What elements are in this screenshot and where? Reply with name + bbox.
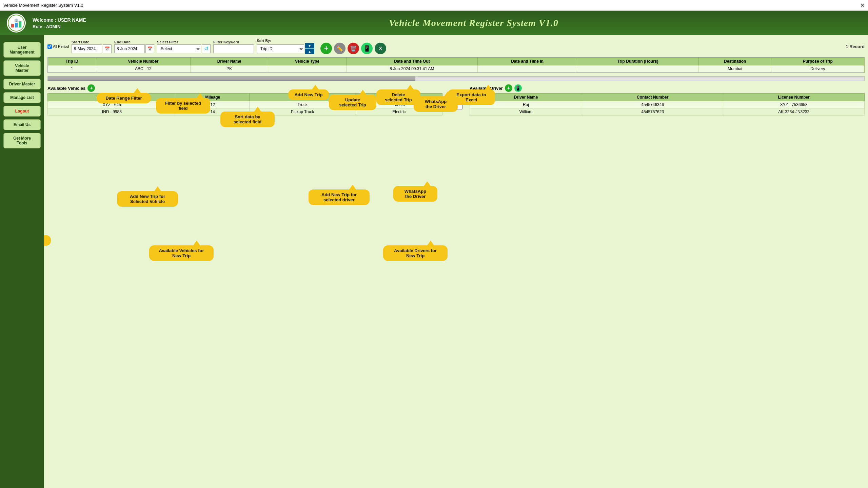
sort-by-label: Sort By: [257,39,314,43]
select-filter-group: Select Filter Select Trip ID Vehicle Num… [157,40,211,53]
drivers-table-body: Raj4545746346XYZ - 7536658William4545757… [470,101,865,116]
vehicles-col-header: Mileage [176,94,249,101]
user-info: Welcome : USER NAME Role : ADMIN [33,17,86,29]
table-row[interactable]: 1ABC - 12PK8-Jun-2024 09:31:41 AMMumbaiD… [48,65,864,73]
filter-keyword-input[interactable] [213,44,254,53]
tooltip-add-trip-vehicle: Add New Trip forSelected Vehicle [117,191,178,207]
available-drivers-header: Available Driver + 📱 [470,84,865,92]
add-trip-button[interactable]: + [320,43,332,54]
add-driver-button[interactable]: + [505,84,512,92]
tooltip-whatsapp-bottom: WhatsAppthe Driver [393,186,437,202]
filter-keyword-group: Filter Keyword [213,40,254,53]
drivers-col-header: Contact Number [582,94,723,101]
app-logo: 🏢 [7,14,26,33]
available-vehicles-table: Vehicle NumberMileageVehicle TypeFuel Ty… [47,93,442,116]
available-vehicles-title: Available Vehicles [47,86,85,91]
driver-row[interactable]: William4545757623AK-3234-JN3232 [470,108,865,116]
driver-row[interactable]: Raj4545746346XYZ - 7536658 [470,101,865,108]
sidebar-item-email-us[interactable]: Email Us [3,119,41,130]
sort-by-dropdown[interactable]: Trip ID Vehicle Number Driver Name Date … [257,44,304,53]
svg-text:🏢: 🏢 [14,18,19,22]
whatsapp-driver-button[interactable]: 📱 [514,84,522,92]
start-date-calendar-icon[interactable]: 📅 [103,44,112,53]
available-drivers-title: Available Driver [470,86,503,91]
table-col-header: Purpose of Trip [771,58,864,65]
horizontal-scrollbar[interactable] [47,76,865,81]
svg-rect-3 [15,23,18,27]
vehicles-col-header: Vehicle Number [48,94,176,101]
svg-rect-2 [11,24,14,27]
export-excel-button[interactable]: X [375,43,386,54]
table-header: Trip IDVehicle NumberDriver NameVehicle … [48,58,864,65]
titlebar: Vehicle Movement Register System V1.0 ✕ [0,0,868,11]
vehicles-table-body: XYZ - 64512TruckDieselIND - 998814Pickup… [48,101,442,116]
all-period-wrap: All Period [47,44,69,49]
sort-desc-button[interactable]: ▼ [305,43,314,48]
refresh-button[interactable]: ↺ [449,97,463,110]
table-col-header: Date and Time Out [347,58,478,65]
end-date-group: End Date 📅 [114,40,154,53]
sidebar: UserManagement VehicleMaster Driver Mast… [0,35,44,488]
welcome-label: Welcome : [33,17,56,23]
whatsapp-button[interactable]: 📱 [361,43,373,54]
tooltip-add-trip-driver: Add New Trip forselected driver [309,189,370,205]
sidebar-item-user-management[interactable]: UserManagement [3,42,41,58]
drivers-col-header: License Number [723,94,865,101]
vehicles-col-header: Vehicle Type [249,94,356,101]
add-vehicle-button[interactable]: + [87,84,95,92]
vehicle-row[interactable]: XYZ - 64512TruckDiesel [48,101,442,108]
start-date-group: Start Date 📅 [72,40,112,53]
table-col-header: Destination [698,58,771,65]
table-col-header: Vehicle Number [96,58,191,65]
toolbar: All Period Start Date 📅 [47,39,865,54]
table-col-header: Date and Time In [477,58,577,65]
available-vehicles-section: Available Vehicles + Vehicle NumberMilea… [47,84,442,116]
sidebar-item-logout[interactable]: Logout [3,106,41,117]
drivers-col-header: Driver Name [470,94,582,101]
role-label: Role : [33,24,45,29]
end-date-calendar-icon[interactable]: 📅 [145,44,154,53]
main-data-table-wrap: Trip IDVehicle NumberDriver NameVehicle … [47,57,865,73]
close-button[interactable]: ✕ [860,2,865,8]
main-data-table: Trip IDVehicle NumberDriver NameVehicle … [48,57,864,73]
select-filter-label: Select Filter [157,40,211,44]
update-trip-button[interactable]: ✏️ [334,43,346,54]
delete-trip-button[interactable]: 🗑️ [348,43,359,54]
bottom-section: Available Vehicles + Vehicle NumberMilea… [47,84,865,116]
filter-keyword-label: Filter Keyword [213,40,254,44]
sort-asc-button[interactable]: ▲ [305,49,314,54]
end-date-label: End Date [114,40,154,44]
tooltip-nav-pane: Navigation Pane [44,235,51,246]
titlebar-title: Vehicle Movement Register System V1.0 [3,3,83,8]
sidebar-item-vehicle-master[interactable]: VehicleMaster [3,60,41,76]
start-date-label: Start Date [72,40,112,44]
select-filter-dropdown[interactable]: Select Trip ID Vehicle Number Driver Nam… [157,44,201,53]
tooltip-avail-drivers: Available Drivers forNew Trip [383,245,448,261]
table-col-header: Driver Name [191,58,268,65]
role-display: ADMIN [46,24,61,29]
table-body: 1ABC - 12PK8-Jun-2024 09:31:41 AMMumbaiD… [48,65,864,73]
svg-rect-4 [19,21,21,27]
all-period-checkbox[interactable] [47,44,52,49]
all-period-label[interactable]: All Period [47,44,69,49]
available-vehicles-header: Available Vehicles + [47,84,442,92]
start-date-input[interactable] [72,44,102,53]
table-col-header: Trip Duration (Hours) [577,58,699,65]
app-title: Vehicle Movement Register System V1.0 [86,18,861,28]
sidebar-item-driver-master[interactable]: Driver Master [3,79,41,89]
header: 🏢 Welcome : USER NAME Role : ADMIN Vehic… [0,11,868,35]
table-col-header: Trip ID [48,58,96,65]
sidebar-item-get-more-tools[interactable]: Get MoreTools [3,133,41,148]
end-date-input[interactable] [114,44,145,53]
username-display: USER NAME [58,17,86,23]
vehicle-row[interactable]: IND - 998814Pickup TruckElectric [48,108,442,116]
tooltip-avail-vehicles: Available Vehicles forNew Trip [149,245,214,261]
record-count: 1 Record [846,44,865,49]
table-col-header: Vehicle Type [268,58,346,65]
available-drivers-section: Available Driver + 📱 Driver NameContact … [470,84,865,116]
sidebar-item-manage-list[interactable]: Manage List [3,92,41,103]
vehicles-col-header: Fuel Type [356,94,442,101]
available-drivers-table: Driver NameContact NumberLicense Number … [470,93,865,116]
sort-by-group: Sort By: Trip ID Vehicle Number Driver N… [257,39,314,54]
filter-refresh-icon[interactable]: ↺ [202,44,211,53]
